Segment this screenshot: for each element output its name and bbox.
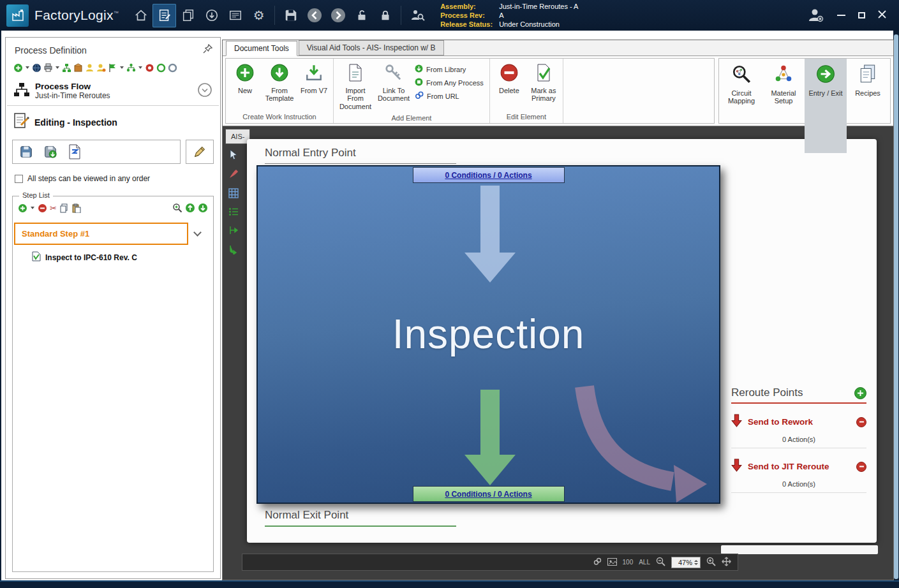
web-icon[interactable] [32,62,41,73]
minimize-button[interactable] [837,15,845,16]
remove-reroute-button[interactable] [856,417,866,427]
process-definition-icon[interactable] [152,4,176,27]
import-from-document-button[interactable]: Import From Document [336,59,375,112]
add-step-icon[interactable] [18,202,27,214]
zoom-level-input[interactable]: 47% [671,557,701,568]
maximize-button[interactable] [858,12,865,18]
zoom-100-label[interactable]: 100 [623,559,634,566]
add-reroute-button[interactable] [854,387,866,399]
copy-icon[interactable] [59,202,69,214]
save-icon[interactable] [279,4,302,27]
titlebar-separator [274,6,275,25]
from-any-process-button[interactable]: From Any Process [415,78,484,87]
lock-icon[interactable] [373,4,397,27]
zoom-in-icon[interactable] [706,557,716,568]
new-button[interactable]: New [228,59,262,96]
branch-tool-icon[interactable] [228,225,239,238]
collapse-circle-icon[interactable] [197,82,212,100]
flow-export-icon[interactable] [62,62,71,73]
entry-conditions-link[interactable]: 0 Conditions / 0 Actions [413,167,565,183]
right-scroll-strip[interactable] [894,34,898,579]
link-to-document-button[interactable]: Link To Document [375,59,412,104]
print-icon[interactable] [43,62,53,73]
paste-icon[interactable] [71,202,81,214]
news-reports-icon[interactable] [223,4,247,27]
save-as-template-icon[interactable] [41,143,60,161]
milestone-dropdown-caret[interactable] [120,66,124,69]
entry-exit-button[interactable]: Entry / Exit [805,59,847,123]
inspection-node[interactable]: Inspection 0 Conditions / 0 Actions 0 Co… [256,165,720,504]
circuit-mapping-button[interactable]: Circuit Mapping [720,59,762,123]
tab-visual-aid-tools[interactable]: Visual Aid Tools - AIS- Inspection w/ B [299,40,444,55]
add-icon[interactable] [13,62,23,73]
chevron-down-icon[interactable] [193,228,202,237]
process-rev-label: Process Rev: [440,11,499,20]
app-window: FactoryLogix™ ⚙ [0,0,899,588]
save-document-icon[interactable] [17,143,36,161]
export-document-icon[interactable] [65,143,84,161]
from-template-button[interactable]: From Template [262,59,297,104]
from-v7-button[interactable]: From V7 [297,59,331,96]
remove-step-icon[interactable] [38,202,47,214]
entry-underline [265,163,456,164]
recipes-button[interactable]: Recipes [847,59,889,123]
reroute-tool-icon[interactable] [228,244,239,257]
from-url-button[interactable]: From URL [415,91,484,101]
mark-as-primary-button[interactable]: Mark as Primary [526,59,561,104]
back-icon[interactable] [302,4,326,27]
milestone-flag-icon[interactable] [108,62,117,73]
close-button[interactable] [878,10,886,21]
grid-tool-icon[interactable] [228,188,239,201]
production-navigate-icon[interactable] [200,4,223,27]
order-checkbox-row[interactable]: All steps can be viewed in any order [6,169,220,189]
user-star-icon[interactable] [96,62,106,73]
reroute-actions-count[interactable]: 0 Action(s) [731,436,866,443]
step-child-item[interactable]: Inspect to IPC-610 Rev. C [13,246,213,268]
home-icon[interactable] [129,4,152,27]
from-library-button[interactable]: From Library [415,64,484,74]
add-step-dropdown-caret[interactable] [31,207,34,209]
document-stack-icon[interactable] [176,4,200,27]
cut-icon[interactable]: ✂ [50,202,57,214]
reroute-label[interactable]: Send to Rework [748,417,851,427]
material-setup-button[interactable]: Material Setup [762,59,805,123]
record-icon[interactable] [145,62,154,73]
move-step-down-icon[interactable] [198,202,208,214]
move-step-up-icon[interactable] [185,202,195,214]
pointer-tool-icon[interactable] [228,149,239,163]
settings-gear-icon[interactable]: ⚙ [247,4,271,27]
user-logoff-icon[interactable] [803,4,827,27]
edit-pencil-icon[interactable] [190,143,209,161]
zoom-all-label[interactable]: ALL [639,559,650,566]
print-dropdown-caret[interactable] [56,66,59,69]
tree-dropdown-caret[interactable] [138,66,142,69]
reroute-label[interactable]: Send to JIT Reroute [748,462,851,471]
pan-tool-icon[interactable] [722,557,731,568]
unlock-icon[interactable] [350,4,373,27]
brush-tool-icon[interactable] [228,169,239,182]
go-ring-icon[interactable] [156,62,166,73]
remove-reroute-button[interactable] [856,462,866,472]
forward-icon[interactable] [326,4,350,27]
zoom-out-icon[interactable] [656,557,665,568]
exit-conditions-link[interactable]: 0 Conditions / 0 Actions [413,486,565,502]
zoom-spinner[interactable] [694,560,698,565]
link-view-icon[interactable] [593,557,602,567]
tab-document-tools[interactable]: Document Tools [226,41,297,56]
list-tool-icon[interactable] [228,207,239,219]
hold-ring-icon[interactable] [168,62,177,73]
zoom-steps-icon[interactable] [172,202,182,214]
reroute-actions-count[interactable]: 0 Action(s) [731,480,866,488]
package-icon[interactable] [73,62,83,73]
design-canvas[interactable]: AIS- Normal Entry Point [223,126,893,580]
order-checkbox[interactable] [15,175,23,183]
pin-icon[interactable] [203,44,212,56]
add-dropdown-caret[interactable] [26,66,29,69]
process-flow-row[interactable]: Process Flow Just-in-Time Reroutes [6,78,220,105]
audit-search-icon[interactable] [405,4,429,27]
step-item-selected[interactable]: Standard Step #1 [14,223,188,245]
delete-button[interactable]: Delete [492,59,526,96]
user-icon[interactable] [85,62,94,73]
tree-icon[interactable] [126,62,136,73]
image-view-icon[interactable] [607,558,617,567]
